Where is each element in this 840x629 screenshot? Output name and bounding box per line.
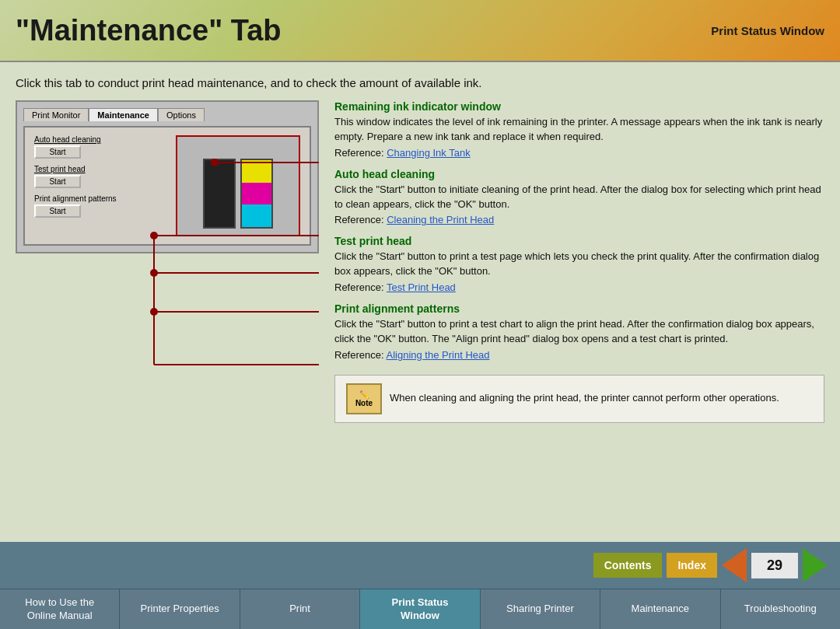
section-body-auto-head: Click the "Start" button to initiate cle… xyxy=(334,183,824,212)
cartridge-color xyxy=(240,159,273,229)
page-title: "Maintenance" Tab xyxy=(16,14,282,47)
tab-how-to-use[interactable]: How to Use theOnline Manual xyxy=(0,589,120,629)
nav-back-button[interactable] xyxy=(722,548,747,582)
ink-cyan xyxy=(242,204,271,227)
left-panel: Print Monitor Maintenance Options Auto h… xyxy=(16,100,319,529)
section-remaining-ink: Remaining ink indicator window This wind… xyxy=(334,100,824,159)
start-btn-alignment[interactable]: Start xyxy=(34,204,81,218)
nav-forward-button[interactable] xyxy=(803,548,828,582)
note-box: ✏️ Note When cleaning and aligning the p… xyxy=(334,375,824,423)
tab-printer-properties[interactable]: Printer Properties xyxy=(120,589,240,629)
ink-display xyxy=(176,135,300,236)
control-alignment: Print alignment patterns Start xyxy=(34,194,168,218)
cartridge-black-body xyxy=(203,159,236,229)
section-auto-head: Auto head cleaning Click the "Start" but… xyxy=(334,168,824,226)
section-test-print: Test print head Click the "Start" button… xyxy=(334,235,824,293)
reference-alignment: Reference: Aligning the Print Head xyxy=(334,349,824,361)
tab-sharing-printer[interactable]: Sharing Printer xyxy=(481,589,600,629)
right-panel: Remaining ink indicator window This wind… xyxy=(334,100,824,529)
reference-remaining-ink: Reference: Changing Ink Tank xyxy=(334,147,824,159)
section-body-remaining-ink: This window indicates the level of ink r… xyxy=(334,115,824,145)
control-label-test-print: Test print head xyxy=(34,165,168,173)
section-alignment: Print alignment patterns Click the "Star… xyxy=(334,302,824,361)
printer-ui-body: Auto head cleaning Start Test print head… xyxy=(23,126,311,246)
svg-point-7 xyxy=(150,308,158,316)
tab-maintenance[interactable]: Maintenance xyxy=(89,108,158,121)
control-test-print: Test print head Start xyxy=(34,165,168,188)
reference-auto-head: Reference: Cleaning the Print Head xyxy=(334,214,824,225)
printer-ui-mockup: Print Monitor Maintenance Options Auto h… xyxy=(16,100,319,253)
tab-print-monitor[interactable]: Print Monitor xyxy=(23,108,89,121)
note-pencil-icon: ✏️ xyxy=(359,390,369,399)
link-cleaning-print-head[interactable]: Cleaning the Print Head xyxy=(387,214,494,225)
tab-print[interactable]: Print xyxy=(240,589,360,629)
tab-print-status-window[interactable]: Print StatusWindow xyxy=(360,589,480,629)
section-label: Print Status Window xyxy=(711,24,824,37)
nav-bar: Contents Index 29 xyxy=(0,542,840,589)
header: "Maintenance" Tab Print Status Window xyxy=(0,0,840,62)
contents-button[interactable]: Contents xyxy=(593,553,663,578)
bottom-tabs: How to Use theOnline Manual Printer Prop… xyxy=(0,589,840,629)
ink-yellow xyxy=(242,160,271,183)
section-heading-auto-head: Auto head cleaning xyxy=(334,168,824,180)
start-btn-auto-head[interactable]: Start xyxy=(34,145,81,159)
section-heading-test-print: Test print head xyxy=(334,235,824,247)
nav-page-number: 29 xyxy=(751,553,798,578)
main-container: "Maintenance" Tab Print Status Window Cl… xyxy=(0,0,840,629)
ink-magenta xyxy=(242,183,271,205)
index-button[interactable]: Index xyxy=(667,553,717,578)
intro-text: Click this tab to conduct print head mai… xyxy=(16,75,824,91)
printer-controls: Auto head cleaning Start Test print head… xyxy=(34,135,168,236)
control-auto-head: Auto head cleaning Start xyxy=(34,135,168,159)
tab-bar: Print Monitor Maintenance Options xyxy=(23,108,311,121)
content-area: Click this tab to conduct print head mai… xyxy=(0,62,840,542)
start-btn-test-print[interactable]: Start xyxy=(34,175,81,188)
svg-point-5 xyxy=(150,269,158,277)
control-label-auto-head: Auto head cleaning xyxy=(34,135,168,144)
control-label-alignment: Print alignment patterns xyxy=(34,194,168,203)
section-body-test-print: Click the "Start" button to print a test… xyxy=(334,250,824,279)
section-heading-remaining-ink: Remaining ink indicator window xyxy=(334,100,824,113)
section-heading-alignment: Print alignment patterns xyxy=(334,302,824,315)
reference-test-print: Reference: Test Print Head xyxy=(334,281,824,293)
link-changing-ink[interactable]: Changing Ink Tank xyxy=(387,147,470,159)
link-aligning-print-head[interactable]: Aligning the Print Head xyxy=(387,349,490,361)
link-test-print-head[interactable]: Test Print Head xyxy=(387,281,456,293)
tab-maintenance[interactable]: Maintenance xyxy=(600,589,720,629)
note-label: Note xyxy=(355,399,373,407)
note-icon: ✏️ Note xyxy=(346,383,382,414)
section-body-alignment: Click the "Start" button to print a test… xyxy=(334,317,824,347)
note-text: When cleaning and aligning the print hea… xyxy=(390,391,779,406)
tab-options[interactable]: Options xyxy=(158,108,205,121)
main-content: Print Monitor Maintenance Options Auto h… xyxy=(16,100,824,529)
tab-troubleshooting[interactable]: Troubleshooting xyxy=(721,589,840,629)
cartridge-color-body xyxy=(240,159,273,229)
cartridge-black xyxy=(203,159,236,229)
